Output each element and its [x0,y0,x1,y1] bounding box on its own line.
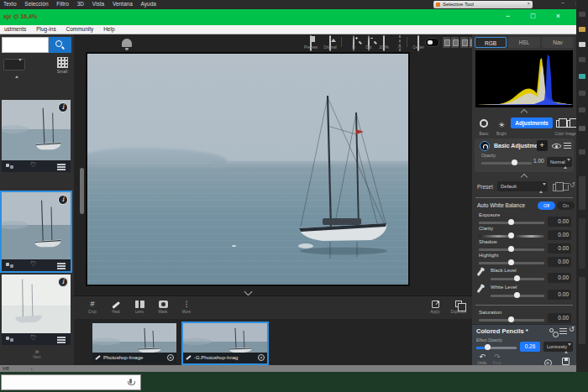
menu-ayuda[interactable]: Ayuda [138,0,160,8]
tab-hsl[interactable]: HSL [508,37,540,48]
selective-tool-window[interactable]: Selective Tool × [433,1,533,8]
favorite-icon[interactable]: ♡ [30,260,36,268]
remove-icon[interactable]: × [167,354,174,361]
black-level-eyedropper-icon[interactable] [477,269,484,276]
collapse-histogram-icon[interactable] [521,109,528,116]
microphone-icon[interactable] [129,379,132,384]
black-level-value[interactable]: 0.00 [548,273,571,283]
crop-tool[interactable]: # Crop [82,299,102,314]
library-thumbnail-1[interactable]: i ♡ [2,100,71,172]
exposure-slider[interactable] [479,222,544,224]
sort-select[interactable] [3,59,25,71]
clarity-slider[interactable] [479,235,544,238]
menu-help[interactable]: Help [99,25,118,33]
blend-mode-dropdown[interactable]: Normal [547,157,572,167]
saturation-value[interactable]: 0.00 [548,313,571,323]
mask-tool[interactable]: Mask [153,299,173,314]
rate-icon[interactable] [6,164,14,169]
apply-button[interactable]: Apply [425,299,445,314]
white-level-value[interactable]: 0.00 [548,290,571,300]
link-icon[interactable] [549,328,554,332]
reset-preset-icon[interactable]: ↺ [570,181,575,189]
effect-opacity-value[interactable]: 0.26 [520,342,540,352]
info-icon[interactable]: i [58,195,68,205]
search-button[interactable] [49,37,71,53]
black-level-slider[interactable] [491,278,544,280]
opacity-slider[interactable] [481,162,532,165]
preset-dropdown[interactable]: Default [497,181,548,191]
lens-tool[interactable]: Lens [129,299,150,314]
window-controls[interactable]: − □ × [506,12,570,20]
shadow-slider[interactable] [479,248,544,251]
menu-texto[interactable]: Texto [0,0,20,8]
awb-on-button[interactable]: On [557,201,575,210]
duplicate-button[interactable]: Duplicate [449,299,469,314]
filmstrip-thumb-1[interactable]: Photoshop-Image × [92,323,176,363]
sidebar-scrollbar[interactable] [80,168,84,214]
menu-3d[interactable]: 3D [74,0,87,8]
visibility-icon[interactable] [552,144,561,149]
menu-icon[interactable] [57,263,66,264]
effect-opacity-slider[interactable] [476,347,517,349]
bright-effects-button[interactable]: ☀ Bright [493,116,510,136]
filmstrip-thumb-2-selected[interactable]: -G.Photoshop-Imag × [183,323,267,363]
adjustments-tab-button[interactable]: Adjustments [511,118,553,128]
tab-rgb[interactable]: RGB [475,37,507,48]
more-tools[interactable]: ⋮ More [176,299,197,314]
menu-ventana[interactable]: Ventana [109,0,136,8]
opacity-value[interactable]: 1.00 [533,158,544,164]
fit-button[interactable]: Fit [391,35,408,50]
favorite-icon[interactable]: ♡ [30,161,36,169]
center-button[interactable]: Center [410,35,427,50]
basic-effects-button[interactable]: Basic [475,116,492,136]
saturation-slider[interactable] [479,319,544,321]
library-thumbnail-3[interactable]: i ♡ [2,274,71,345]
menu-plugins[interactable]: Plug-ins [32,25,60,33]
white-level-eyedropper-icon[interactable] [477,285,484,293]
image-effects-button[interactable]: Image [565,116,575,136]
awb-off-button[interactable]: Off [538,201,555,210]
menu-community[interactable]: Community [61,25,97,33]
notifications-bell-icon[interactable] [122,39,132,47]
reset-icon[interactable]: ↺ [569,326,575,333]
exposure-value[interactable]: 0.00 [548,217,571,227]
highlight-slider[interactable] [479,262,544,264]
rate-icon[interactable] [6,337,14,342]
taskbar-search-input[interactable] [1,374,141,390]
menu-vista[interactable]: Vista [89,0,108,8]
grid-view-icon[interactable] [57,57,68,68]
color-effects-button[interactable]: Color [554,116,564,136]
remove-icon[interactable]: × [258,354,265,361]
collapse-card-icon[interactable] [521,174,528,180]
menu-adjustments[interactable]: ustments [0,25,30,33]
next-page-button[interactable]: » Next [18,348,55,359]
menu-icon[interactable] [57,164,66,165]
tab-nav[interactable]: Nav [542,37,574,48]
split-view-top-icon[interactable] [460,37,468,48]
menu-icon[interactable] [564,143,571,144]
shadow-value[interactable]: 0.00 [548,243,571,253]
effect-blend-dropdown[interactable]: Luminosity [543,342,573,352]
preview-button[interactable]: Preview [302,35,319,50]
favorite-icon[interactable]: ♡ [30,334,36,342]
undo-button[interactable]: ↶ Undo [475,353,489,365]
split-view-left-icon[interactable] [443,37,450,48]
info-icon[interactable]: i [58,277,68,287]
canvas-image[interactable] [86,52,410,286]
info-icon[interactable]: i [58,102,68,112]
menu-filtro[interactable]: Filtro [53,0,71,8]
statusbar-chevron[interactable]: › [31,366,33,371]
close-icon[interactable]: × [527,1,530,6]
save-preset-icon[interactable] [553,184,559,191]
original-button[interactable]: Original [322,35,339,50]
white-level-slider[interactable] [491,295,544,297]
highlight-value[interactable]: 0.00 [548,257,571,267]
library-thumbnail-2-selected[interactable]: i ♡ [2,192,71,271]
delete-preset-icon[interactable] [563,185,569,191]
split-view-right-icon[interactable] [451,37,459,48]
add-adjustment-button[interactable] [537,140,548,151]
heal-tool[interactable]: Heal [106,299,126,314]
clarity-value[interactable]: 0.00 [548,230,571,240]
redo-button[interactable]: ↷ Redo [491,353,504,365]
single-view-toggle[interactable] [425,38,439,47]
